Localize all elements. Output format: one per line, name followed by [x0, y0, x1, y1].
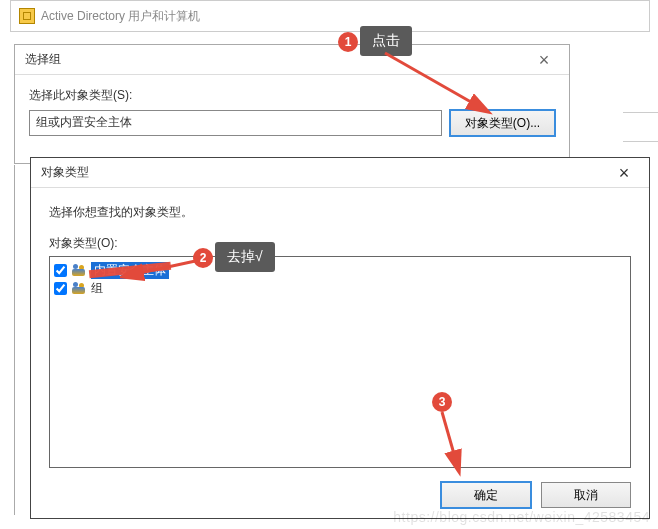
object-types-message: 选择你想查找的对象类型。	[49, 204, 631, 221]
select-group-title: 选择组	[25, 51, 61, 68]
object-types-button[interactable]: 对象类型(O)...	[450, 110, 555, 136]
builtin-checkbox[interactable]	[54, 264, 67, 277]
close-icon[interactable]: ×	[529, 49, 559, 71]
select-group-dialog: 选择组 × 选择此对象类型(S): 组或内置安全主体 对象类型(O)...	[14, 44, 570, 164]
object-type-field[interactable]: 组或内置安全主体	[29, 110, 442, 136]
background-edge-left	[14, 165, 24, 515]
annotation-step-2: 2	[193, 248, 213, 268]
group-icon	[71, 282, 87, 295]
aduc-window-titlebar: Active Directory 用户和计算机	[10, 0, 650, 32]
watermark: https://blog.csdn.net/weixin_42583454	[393, 509, 650, 525]
annotation-step-1: 1	[338, 32, 358, 52]
cancel-button[interactable]: 取消	[541, 482, 631, 508]
object-types-listbox[interactable]: 内置安全主体 组	[49, 256, 631, 468]
strike-annotation	[89, 262, 171, 279]
ok-button[interactable]: 确定	[441, 482, 531, 508]
group-icon	[71, 264, 87, 277]
object-types-dialog: 对象类型 × 选择你想查找的对象类型。 对象类型(O): 内置安全主体 组	[30, 157, 650, 519]
annotation-step-3: 3	[432, 392, 452, 412]
list-item[interactable]: 内置安全主体	[54, 261, 626, 279]
aduc-icon	[19, 8, 35, 24]
aduc-title: Active Directory 用户和计算机	[41, 8, 641, 25]
background-edge	[623, 112, 658, 142]
object-types-titlebar: 对象类型 ×	[31, 158, 649, 188]
builtin-label: 内置安全主体	[91, 262, 169, 279]
object-types-field-label: 对象类型(O):	[49, 235, 631, 252]
close-icon[interactable]: ×	[609, 162, 639, 184]
list-item[interactable]: 组	[54, 279, 626, 297]
object-type-label: 选择此对象类型(S):	[29, 87, 555, 104]
object-types-title: 对象类型	[41, 164, 89, 181]
select-group-titlebar: 选择组 ×	[15, 45, 569, 75]
annotation-bubble-1: 点击	[360, 26, 412, 56]
group-checkbox[interactable]	[54, 282, 67, 295]
annotation-bubble-2: 去掉√	[215, 242, 275, 272]
group-label: 组	[91, 280, 103, 297]
